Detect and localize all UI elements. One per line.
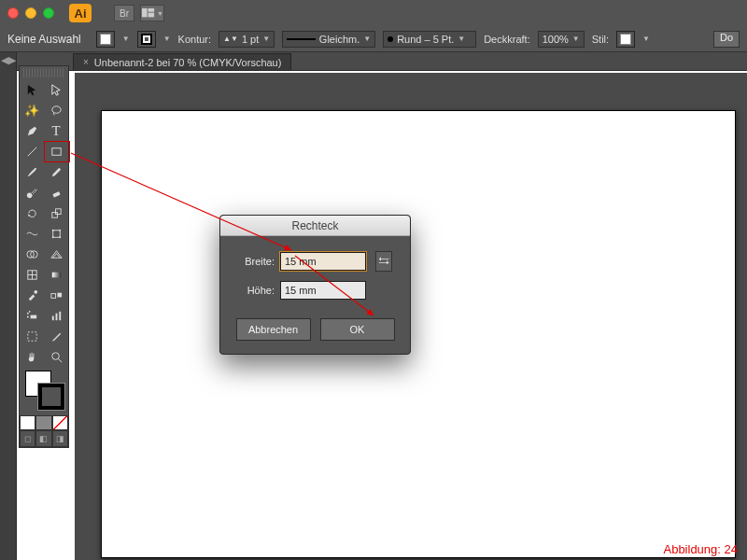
style-swatch[interactable] bbox=[616, 31, 635, 48]
color-mode-none[interactable] bbox=[52, 415, 68, 430]
opacity-label: Deckkraft: bbox=[484, 34, 530, 45]
stroke-weight-dropdown[interactable]: ▲▼ 1 pt ▼ bbox=[218, 31, 275, 48]
tools-panel: ✨ T ◻ ◧ ◨ bbox=[19, 65, 69, 448]
svg-point-25 bbox=[26, 312, 28, 314]
rectangle-tool[interactable] bbox=[44, 141, 68, 161]
draw-normal[interactable]: ◻ bbox=[20, 430, 35, 447]
figure-caption: Abbildung: 24 bbox=[663, 542, 738, 556]
opacity-value: 100% bbox=[543, 34, 569, 45]
cancel-button[interactable]: Abbrechen bbox=[236, 318, 311, 341]
svg-rect-2 bbox=[148, 13, 155, 18]
color-mode-gradient[interactable] bbox=[35, 415, 51, 430]
stroke-label: Kontur: bbox=[178, 34, 211, 45]
selection-tool[interactable] bbox=[20, 79, 44, 100]
pen-tool[interactable] bbox=[20, 120, 44, 141]
brush-dropdown[interactable]: Rund – 5 Pt. ▼ bbox=[383, 31, 476, 48]
svg-rect-28 bbox=[51, 315, 53, 320]
svg-rect-31 bbox=[27, 331, 35, 340]
free-transform-tool[interactable] bbox=[44, 223, 68, 244]
pencil-tool[interactable] bbox=[44, 161, 68, 182]
close-tab-icon[interactable]: × bbox=[83, 57, 89, 67]
height-input[interactable] bbox=[280, 281, 366, 300]
blob-brush-tool[interactable] bbox=[20, 182, 44, 203]
document-tab-label: Unbenannt-2 bei 70 % (CMYK/Vorschau) bbox=[94, 57, 282, 68]
stroke-color-square[interactable] bbox=[38, 384, 64, 410]
gradient-tool[interactable] bbox=[44, 264, 68, 285]
blend-tool[interactable] bbox=[44, 285, 68, 305]
artboard-tool[interactable] bbox=[20, 326, 44, 346]
svg-point-12 bbox=[59, 229, 61, 231]
svg-rect-24 bbox=[30, 315, 36, 318]
magic-wand-tool[interactable]: ✨ bbox=[20, 100, 44, 120]
dialog-title: Rechteck bbox=[220, 216, 410, 236]
svg-rect-8 bbox=[51, 212, 57, 217]
brush-value: Rund – 5 Pt. bbox=[397, 34, 454, 45]
hand-tool[interactable] bbox=[20, 346, 44, 367]
close-window-button[interactable] bbox=[7, 7, 19, 19]
svg-rect-22 bbox=[50, 293, 55, 298]
arrange-documents-button[interactable]: ▼ bbox=[140, 5, 164, 21]
svg-point-3 bbox=[51, 105, 60, 113]
paintbrush-tool[interactable] bbox=[20, 161, 44, 182]
svg-point-13 bbox=[51, 236, 53, 238]
window-controls bbox=[7, 7, 54, 19]
document-setup-button[interactable]: Do bbox=[713, 31, 740, 48]
scale-tool[interactable] bbox=[44, 203, 68, 223]
control-bar: Keine Auswahl ▼ ▼ Kontur: ▲▼ 1 pt ▼ Glei… bbox=[0, 26, 747, 52]
draw-inside[interactable]: ◨ bbox=[52, 430, 68, 447]
type-tool[interactable]: T bbox=[44, 120, 68, 141]
screen-mode-row: ◻ ◧ ◨ bbox=[20, 430, 68, 447]
stroke-preview bbox=[287, 38, 316, 40]
eraser-tool[interactable] bbox=[44, 182, 68, 203]
color-mode-row bbox=[20, 415, 68, 430]
stroke-dropdown-icon[interactable]: ▼ bbox=[163, 35, 171, 43]
color-mode-color[interactable] bbox=[20, 415, 35, 430]
line-tool[interactable] bbox=[20, 141, 44, 161]
svg-point-14 bbox=[59, 236, 61, 238]
stroke-profile-dropdown[interactable]: Gleichm. ▼ bbox=[282, 31, 375, 48]
svg-rect-5 bbox=[51, 147, 60, 155]
lasso-tool[interactable] bbox=[44, 100, 68, 120]
stroke-swatch[interactable] bbox=[137, 31, 156, 48]
selection-status: Keine Auswahl bbox=[7, 33, 81, 46]
width-tool[interactable] bbox=[20, 223, 44, 244]
bridge-button[interactable]: Br bbox=[114, 5, 134, 21]
fill-swatch[interactable] bbox=[96, 31, 115, 48]
artboard[interactable] bbox=[101, 110, 736, 558]
panel-dock-left[interactable]: ◀▶ bbox=[0, 52, 17, 560]
mesh-tool[interactable] bbox=[20, 264, 44, 285]
svg-rect-0 bbox=[142, 8, 148, 17]
fill-dropdown-icon[interactable]: ▼ bbox=[122, 35, 130, 43]
window-titlebar: Ai Br ▼ bbox=[0, 0, 747, 26]
canvas-area[interactable] bbox=[75, 73, 747, 560]
draw-behind[interactable]: ◧ bbox=[35, 430, 51, 447]
zoom-tool[interactable] bbox=[44, 346, 68, 367]
svg-line-4 bbox=[27, 147, 35, 155]
panel-grip[interactable] bbox=[23, 68, 64, 77]
symbol-sprayer-tool[interactable] bbox=[20, 305, 44, 326]
svg-rect-20 bbox=[51, 272, 60, 277]
perspective-grid-tool[interactable] bbox=[44, 244, 68, 264]
svg-point-11 bbox=[51, 229, 53, 231]
slice-tool[interactable] bbox=[44, 326, 68, 346]
svg-rect-10 bbox=[52, 230, 60, 237]
minimize-window-button[interactable] bbox=[25, 7, 36, 19]
document-tab[interactable]: × Unbenannt-2 bei 70 % (CMYK/Vorschau) bbox=[73, 53, 291, 70]
ok-button[interactable]: OK bbox=[320, 318, 395, 341]
style-label: Stil: bbox=[592, 34, 609, 45]
shape-builder-tool[interactable] bbox=[20, 244, 44, 264]
opacity-dropdown[interactable]: 100% ▼ bbox=[538, 31, 585, 48]
link-dimensions-icon[interactable]: ⮀ bbox=[375, 251, 392, 272]
height-label: Höhe: bbox=[233, 285, 275, 296]
stroke-weight-value: 1 pt bbox=[242, 34, 259, 45]
direct-selection-tool[interactable] bbox=[44, 79, 68, 100]
column-graph-tool[interactable] bbox=[44, 305, 68, 326]
eyedropper-tool[interactable] bbox=[20, 285, 44, 305]
width-input[interactable] bbox=[280, 252, 366, 271]
svg-point-32 bbox=[51, 352, 59, 359]
rotate-tool[interactable] bbox=[20, 203, 44, 223]
style-dropdown-icon[interactable]: ▼ bbox=[642, 35, 650, 43]
zoom-window-button[interactable] bbox=[43, 7, 54, 19]
svg-rect-7 bbox=[52, 191, 60, 198]
fill-stroke-indicator[interactable] bbox=[20, 367, 68, 415]
